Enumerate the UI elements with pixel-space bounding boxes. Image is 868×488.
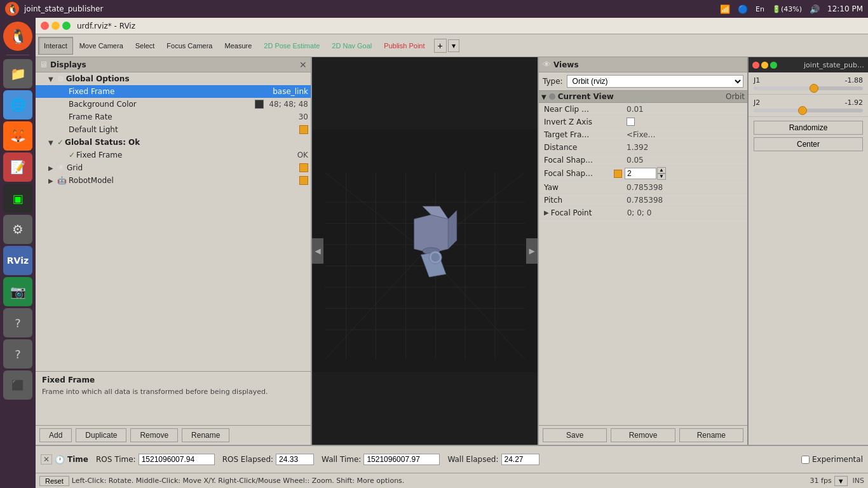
j2-slider-track[interactable] [754, 109, 863, 112]
default-light-item[interactable]: Default Light [36, 123, 311, 136]
global-status-item[interactable]: ▼ ✓ Global Status: Ok [36, 136, 311, 149]
wall-time-input[interactable] [363, 454, 440, 465]
distance-row[interactable]: Distance 1.392 [539, 141, 747, 154]
background-color-item[interactable]: Background Color 48; 48; 48 [36, 98, 311, 111]
global-options-label: Global Options [66, 74, 308, 83]
jsp-min-btn[interactable] [761, 62, 768, 69]
jsp-close-btn[interactable] [752, 62, 759, 69]
fixed-frame-item[interactable]: Fixed Frame base_link [36, 85, 311, 98]
taskbar-browser[interactable]: 🌐 [3, 90, 32, 119]
viewport-grid [312, 57, 538, 445]
jsp-max-btn[interactable] [770, 62, 777, 69]
toolbar-more-button[interactable]: ▾ [448, 39, 459, 52]
remove-view-button[interactable]: Remove [611, 428, 675, 442]
taskbar-firefox[interactable]: 🦊 [3, 121, 32, 151]
focal-point-row[interactable]: ▶ Focal Point 0; 0; 0 [539, 207, 747, 219]
current-view-label: Current View [558, 92, 723, 101]
focal-shape-up-arrow[interactable]: ▲ [657, 167, 666, 173]
views-type-row: Type: Orbit (rviz) [539, 72, 747, 91]
robot-model-label: RobotModel [69, 176, 299, 185]
taskbar-files[interactable]: 📁 [3, 59, 32, 88]
focus-camera-button[interactable]: Focus Camera [161, 37, 218, 55]
robot-model-checkbox[interactable] [299, 176, 308, 185]
select-button[interactable]: Select [130, 37, 161, 55]
target-frame-row[interactable]: Target Fra… <Fixe… [539, 128, 747, 141]
taskbar-settings[interactable]: ⚙️ [3, 215, 32, 244]
add-button[interactable]: Add [39, 428, 72, 442]
measure-button[interactable]: Measure [219, 37, 257, 55]
background-color-value: 48; 48; 48 [269, 100, 308, 109]
pose-estimate-button[interactable]: 2D Pose Estimate [258, 37, 325, 55]
viewport[interactable]: ◀ ▶ [312, 57, 538, 445]
interact-button[interactable]: Interact [38, 37, 73, 55]
taskbar-help2[interactable]: ? [3, 339, 32, 369]
time-close-btn[interactable]: ✕ [41, 454, 52, 464]
center-button[interactable]: Center [754, 137, 863, 151]
taskbar-rviz[interactable]: RViz [3, 246, 32, 275]
j1-slider-thumb[interactable] [810, 84, 818, 93]
wall-time-label: Wall Time: [322, 455, 361, 464]
remove-display-button[interactable]: Remove [130, 428, 178, 442]
rviz-min-btn[interactable] [51, 22, 60, 30]
ros-elapsed-input[interactable] [276, 454, 314, 465]
scroll-down-button[interactable]: ▼ [834, 476, 848, 486]
lang-indicator: En [756, 5, 764, 13]
nav-goal-button[interactable]: 2D Nav Goal [326, 37, 377, 55]
j1-slider-container: J1 -1.88 [749, 72, 868, 95]
rviz-close-btn[interactable] [41, 22, 49, 30]
color-swatch [255, 100, 264, 109]
status-bar: Reset Left-Click: Rotate. Middle-Click: … [36, 473, 868, 488]
views-current-view-header[interactable]: ▼ Current View Orbit [539, 91, 747, 103]
duplicate-button[interactable]: Duplicate [76, 428, 126, 442]
reset-button[interactable]: Reset [39, 476, 69, 486]
rename-display-button[interactable]: Rename [182, 428, 229, 442]
ros-time-input[interactable] [139, 454, 215, 465]
randomize-button[interactable]: Randomize [754, 121, 863, 135]
taskbar-help1[interactable]: ? [3, 308, 32, 337]
focal-shape-b-row[interactable]: Focal Shap… ▲ ▼ [539, 166, 747, 181]
displays-header: 🖥 Displays ✕ [36, 57, 311, 72]
wall-elapsed-input[interactable] [501, 454, 539, 465]
ubuntu-logo[interactable]: 🐧 [5, 2, 19, 16]
experimental-checkbox[interactable] [801, 456, 810, 464]
rviz-max-btn[interactable] [62, 22, 71, 30]
focal-shape-b-input[interactable] [625, 168, 656, 179]
viewport-right-arrow[interactable]: ▶ [526, 238, 538, 264]
j2-slider-thumb[interactable] [798, 106, 807, 115]
pitch-row[interactable]: Pitch 0.785398 [539, 194, 747, 207]
taskbar-ubuntu[interactable]: 🐧 [3, 22, 32, 51]
near-clip-row[interactable]: Near Clip … 0.01 [539, 103, 747, 116]
move-camera-button[interactable]: Move Camera [74, 37, 129, 55]
rename-view-button[interactable]: Rename [679, 428, 743, 442]
taskbar-bottom[interactable]: ⬛ [3, 370, 32, 400]
publish-point-button[interactable]: Publish Point [378, 37, 430, 55]
invert-z-checkbox[interactable] [627, 118, 635, 126]
views-panel: 👁 Views Type: Orbit (rviz) ▼ Current Vie… [538, 57, 747, 445]
check-mark: ✓ [57, 138, 64, 147]
fps-display: 31 fps [810, 477, 832, 485]
taskbar-camera[interactable]: 📷 [3, 277, 32, 306]
j1-slider-track[interactable] [754, 86, 863, 90]
invert-z-row[interactable]: Invert Z Axis [539, 116, 747, 128]
views-type-select[interactable]: Orbit (rviz) [567, 75, 743, 88]
global-options-item[interactable]: ▼ ⚙ Global Options [36, 72, 311, 85]
yaw-row[interactable]: Yaw 0.785398 [539, 181, 747, 194]
viewport-left-arrow[interactable]: ◀ [312, 238, 323, 264]
displays-close-button[interactable]: ✕ [299, 60, 307, 70]
taskbar-terminal[interactable]: ▣ [3, 184, 32, 213]
save-view-button[interactable]: Save [543, 428, 607, 442]
default-light-checkbox[interactable] [299, 125, 308, 134]
grid-item[interactable]: ▶ 👁 Grid [36, 161, 311, 174]
toolbar-plus-button[interactable]: + [434, 39, 447, 53]
fixed-frame-status-item[interactable]: ✓ Fixed Frame OK [36, 149, 311, 161]
robot-model-item[interactable]: ▶ 🤖 RobotModel [36, 174, 311, 187]
frame-rate-item[interactable]: Frame Rate 30 [36, 111, 311, 123]
time-panel-title: Time [67, 455, 88, 464]
focal-shape-b-checkbox[interactable] [614, 170, 622, 178]
focal-shape-a-row[interactable]: Focal Shap… 0.05 [539, 154, 747, 166]
grid-checkbox[interactable] [299, 163, 308, 172]
focal-shape-down-arrow[interactable]: ▼ [657, 173, 666, 180]
global-options-icon: ⚙ [57, 74, 64, 83]
app-title: joint_state_publisher [24, 4, 103, 13]
taskbar-text-editor[interactable]: 📝 [3, 152, 32, 182]
